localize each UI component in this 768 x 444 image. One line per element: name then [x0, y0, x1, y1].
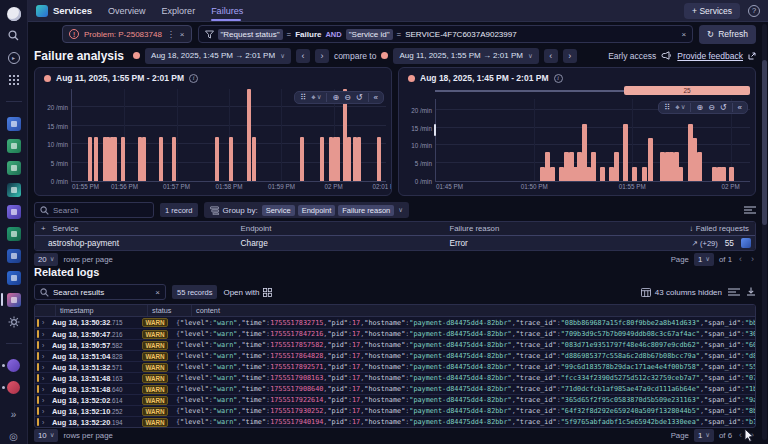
timeframe-prev-button[interactable]: ‹: [296, 49, 310, 63]
row-expand-chevron[interactable]: ›: [42, 353, 52, 360]
log-row[interactable]: ›Aug 18, 13:51:32.571WARN{"level":"warn"…: [35, 361, 755, 372]
col-service[interactable]: Service: [53, 224, 79, 233]
service-name-cell[interactable]: astroshop-payment: [35, 238, 237, 248]
prev-page-button[interactable]: ‹: [737, 430, 744, 440]
columns-hidden-button[interactable]: 43 columns hidden: [641, 288, 722, 297]
app-tile-notebook[interactable]: [0, 137, 28, 154]
col-content[interactable]: content: [191, 305, 755, 316]
row-expand-chevron[interactable]: ›: [42, 397, 52, 404]
group-by-chip[interactable]: Service: [262, 205, 295, 216]
info-icon[interactable]: i: [189, 74, 198, 83]
problem-filter-pill[interactable]: ! Problem: P-25083748 ⋮ ×: [62, 25, 192, 43]
row-expand-chevron[interactable]: ›: [42, 342, 52, 349]
prev-page-button[interactable]: ‹: [737, 254, 744, 264]
col-failed-requests[interactable]: ↓ Failed requests: [647, 224, 755, 233]
zoom-select-tool-icon[interactable]: ⌖∨: [675, 104, 685, 112]
logs-page-select[interactable]: 1∨: [694, 429, 714, 442]
log-row[interactable]: ›Aug 18, 13:52:02.614WARN{"level":"warn"…: [35, 394, 755, 405]
group-by-chip[interactable]: Failure reason: [338, 205, 394, 216]
row-expand-chevron[interactable]: ›: [42, 364, 52, 371]
collapse-toolbar-icon[interactable]: «: [738, 104, 742, 112]
refresh-button[interactable]: ↻ Refresh: [699, 25, 756, 44]
expand-all-icon[interactable]: +: [41, 224, 46, 233]
app-tile-infrastructure[interactable]: [0, 203, 28, 220]
app-tile-dashboards[interactable]: [0, 159, 28, 176]
table-search-input[interactable]: Search: [34, 202, 154, 218]
row-expand-chevron[interactable]: ›: [42, 319, 52, 326]
log-row[interactable]: ›Aug 18, 13:52:20.194WARN{"level":"warn"…: [35, 416, 755, 427]
page-select[interactable]: 1∨: [694, 253, 714, 266]
row-expand-chevron[interactable]: ›: [42, 419, 52, 426]
tab-failures[interactable]: Failures: [211, 0, 243, 22]
row-expand-chevron[interactable]: ›: [42, 375, 52, 382]
row-expand-chevron[interactable]: ›: [42, 408, 52, 415]
page-scrollbar[interactable]: [762, 24, 767, 440]
row-expand-chevron[interactable]: ›: [42, 386, 52, 393]
filter-value-2[interactable]: SERVICE-4F7C6037A9023997: [405, 30, 516, 39]
app-tile-distributed-tracing[interactable]: [0, 247, 28, 264]
getting-started-icon[interactable]: ▸: [0, 49, 28, 66]
expand-sidebar-icon[interactable]: »: [0, 406, 28, 423]
collapse-toolbar-icon[interactable]: «: [374, 94, 378, 102]
search-icon[interactable]: [0, 27, 28, 44]
clear-search-icon[interactable]: ×: [155, 288, 160, 297]
service-entity-icon[interactable]: [741, 238, 751, 248]
table-row[interactable]: astroshop-payment Charge Error ↗(+29) 55: [35, 235, 755, 250]
col-failure-reason[interactable]: Failure reason: [445, 224, 647, 233]
table-settings-icon[interactable]: [744, 205, 756, 215]
scrollbar-thumb[interactable]: [762, 60, 767, 225]
selected-range-band[interactable]: 25: [624, 86, 750, 95]
drag-handle-icon[interactable]: ⠿: [300, 94, 306, 102]
log-row[interactable]: ›Aug 18, 13:50:47.216WARN{"level":"warn"…: [35, 328, 755, 339]
row-expand-chevron[interactable]: ›: [42, 331, 52, 338]
drag-handle-icon[interactable]: ⠿: [664, 104, 670, 112]
tab-explorer[interactable]: Explorer: [162, 0, 196, 22]
compare-next-button[interactable]: ›: [563, 49, 577, 63]
kebab-icon[interactable]: ⋮: [167, 30, 175, 39]
logs-rows-per-page-select[interactable]: 10∨: [34, 429, 58, 442]
log-row[interactable]: ›Aug 18, 13:50:32.715WARN{"level":"warn"…: [35, 317, 755, 328]
app-tile-services-active[interactable]: [0, 291, 28, 308]
log-row[interactable]: ›Aug 18, 13:51:04.828WARN{"level":"warn"…: [35, 350, 755, 361]
zoom-select-tool-icon[interactable]: ⌖∨: [311, 94, 321, 102]
target-icon[interactable]: ◎: [0, 428, 28, 444]
col-endpoint[interactable]: Endpoint: [237, 224, 446, 233]
timeframe-next-button[interactable]: ›: [315, 49, 329, 63]
rows-per-page-select[interactable]: 20∨: [34, 253, 58, 266]
log-row[interactable]: ›Aug 18, 13:50:57.582WARN{"level":"warn"…: [35, 339, 755, 350]
tab-overview[interactable]: Overview: [108, 0, 146, 22]
remove-problem-filter-icon[interactable]: ×: [180, 30, 185, 39]
help-icon[interactable]: ?: [748, 5, 760, 17]
chart-overview-strip[interactable]: 25: [435, 86, 750, 95]
add-services-button[interactable]: + Services: [684, 3, 740, 19]
clear-filter-icon[interactable]: ×: [681, 30, 686, 39]
next-page-button[interactable]: ›: [749, 254, 756, 264]
group-by-chip[interactable]: Endpoint: [298, 205, 336, 216]
col-timestamp[interactable]: timestamp: [55, 305, 147, 316]
zoom-out-icon[interactable]: ⊖: [708, 104, 715, 112]
settings-gear-icon[interactable]: [0, 313, 28, 330]
log-row[interactable]: ›Aug 18, 13:51:48.640WARN{"level":"warn"…: [35, 383, 755, 394]
reset-zoom-icon[interactable]: ↺: [356, 94, 363, 102]
zoom-out-icon[interactable]: ⊖: [344, 94, 351, 102]
zoom-in-icon[interactable]: ⊕: [332, 94, 339, 102]
app-tile-kubernetes[interactable]: [0, 181, 28, 198]
dynatrace-logo[interactable]: [0, 5, 28, 22]
open-with-button[interactable]: Open with: [223, 288, 272, 297]
app-tile-smartscape[interactable]: [0, 269, 28, 286]
main-timeframe-picker[interactable]: Aug 18, 2025, 1:45 PM → 2:01 PM ∨: [145, 48, 291, 64]
download-icon[interactable]: [746, 287, 756, 297]
app-tile-logs[interactable]: [0, 225, 28, 242]
log-row[interactable]: ›Aug 18, 13:51:48.163WARN{"level":"warn"…: [35, 372, 755, 383]
compare-timeframe-picker[interactable]: Aug 11, 2025, 1:55 PM → 2:01 PM ∨: [393, 48, 538, 64]
compare-prev-button[interactable]: ‹: [544, 49, 558, 63]
chevron-down-icon[interactable]: ∨: [398, 206, 403, 214]
row-density-icon[interactable]: [728, 287, 740, 297]
zoom-in-icon[interactable]: ⊕: [696, 104, 703, 112]
apps-grid-icon[interactable]: [0, 71, 28, 88]
filter-field-chip[interactable]: "Request status": [218, 29, 283, 40]
info-icon[interactable]: i: [554, 74, 563, 83]
app-circle-problems[interactable]: [0, 379, 28, 396]
filter-query-input[interactable]: "Request status" = Failure AND "Service …: [198, 25, 694, 43]
reset-zoom-icon[interactable]: ↺: [720, 104, 727, 112]
